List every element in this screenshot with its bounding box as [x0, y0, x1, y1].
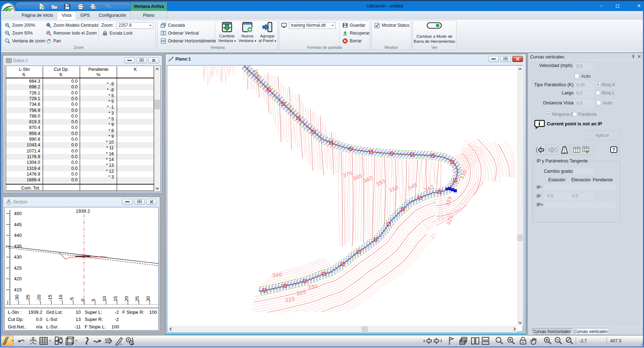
- svg-text:320: 320: [285, 296, 295, 303]
- svg-text:325: 325: [445, 214, 454, 226]
- svg-text:435: 435: [14, 244, 22, 249]
- svg-text:-25: -25: [25, 295, 31, 301]
- svg-text:25: 25: [134, 296, 140, 301]
- svg-text:10: 10: [102, 296, 107, 301]
- svg-text:415: 415: [14, 287, 22, 292]
- svg-text:330: 330: [307, 283, 318, 290]
- svg-text:370: 370: [342, 170, 353, 179]
- svg-text:-10: -10: [58, 295, 63, 301]
- svg-text:1939.2: 1939.2: [76, 208, 90, 214]
- svg-text:?: ?: [612, 147, 615, 152]
- svg-text:430: 430: [14, 254, 22, 260]
- svg-text:0: 0: [80, 299, 85, 301]
- svg-text:415: 415: [252, 68, 262, 79]
- svg-text:-30: -30: [14, 295, 20, 301]
- svg-text:325: 325: [296, 289, 307, 296]
- svg-text:450: 450: [14, 211, 22, 216]
- svg-text:330: 330: [458, 168, 468, 180]
- svg-text:-5: -5: [69, 297, 74, 301]
- svg-text:15: 15: [113, 296, 118, 301]
- svg-text:-15: -15: [47, 295, 53, 301]
- svg-text:-20: -20: [36, 295, 42, 301]
- svg-text:335: 335: [444, 195, 453, 207]
- svg-text:30: 30: [146, 296, 151, 301]
- svg-text:425: 425: [14, 265, 22, 271]
- svg-text:340: 340: [272, 271, 283, 278]
- svg-text:445: 445: [14, 222, 22, 227]
- svg-text:5: 5: [91, 299, 96, 301]
- svg-text:420: 420: [14, 276, 22, 281]
- svg-text:440: 440: [14, 233, 22, 238]
- svg-text:355: 355: [375, 177, 387, 187]
- svg-text:20: 20: [124, 296, 129, 301]
